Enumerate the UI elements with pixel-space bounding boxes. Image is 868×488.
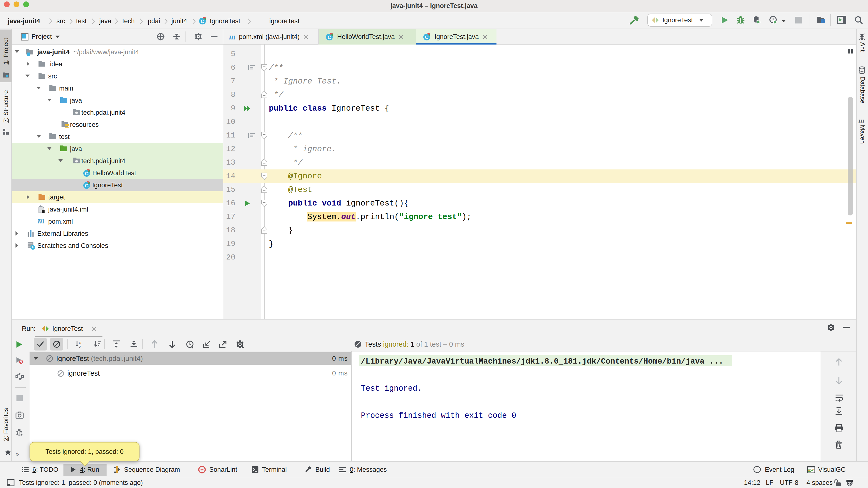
svg-text:C: C (85, 183, 88, 188)
svg-text:C: C (200, 19, 204, 24)
svg-text:C: C (85, 171, 88, 176)
svg-text:9: 9 (20, 360, 22, 364)
svg-text:C: C (328, 34, 331, 40)
svg-text:z: z (79, 344, 81, 348)
svg-text:C: C (425, 34, 428, 40)
